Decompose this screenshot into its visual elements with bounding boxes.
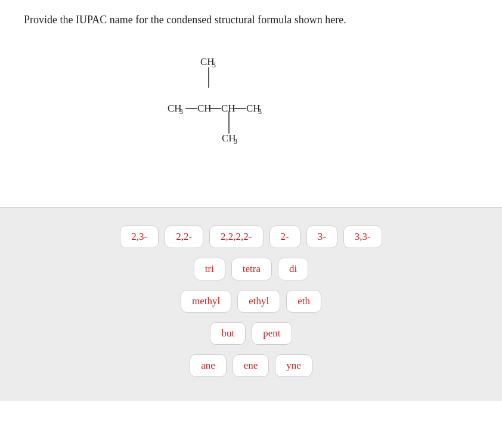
token-3-1[interactable]: pent [252,322,292,345]
token-2-2[interactable]: eth [286,290,321,313]
token-row-2: methylethyleth [181,290,321,313]
token-4-2[interactable]: yne [275,354,312,377]
token-0-3[interactable]: 2- [269,225,300,248]
token-0-4[interactable]: 3- [306,225,337,248]
bottom-section: 2,3-2,2-2,2,2,2-2-3-3,3-tritetradimethyl… [0,208,502,401]
token-2-0[interactable]: methyl [181,290,231,313]
svg-text:3: 3 [258,107,262,116]
token-row-3: butpent [210,322,292,345]
token-1-0[interactable]: tri [194,258,225,280]
question-text: Provide the IUPAC name for the condensed… [24,12,478,28]
token-row-1: tritetradi [194,258,309,280]
formula-container: CH3CH3CHCHCH3CH3 [24,46,478,165]
svg-text:3: 3 [212,61,216,69]
token-0-2[interactable]: 2,2,2,2- [209,225,263,248]
svg-text:CH: CH [221,103,235,114]
token-row-0: 2,3-2,2-2,2,2,2-2-3-3,3- [120,225,382,248]
token-2-1[interactable]: ethyl [237,290,280,313]
token-1-1[interactable]: tetra [231,258,272,280]
token-3-0[interactable]: but [210,322,246,345]
token-row-4: aneeneyne [190,354,312,377]
token-1-2[interactable]: di [278,258,308,280]
svg-text:3: 3 [179,107,183,116]
token-0-5[interactable]: 3,3- [343,225,382,248]
top-section: Provide the IUPAC name for the condensed… [0,0,502,207]
structural-formula: CH3CH3CHCHCH3CH3 [162,46,340,165]
svg-text:3: 3 [234,137,237,146]
token-0-1[interactable]: 2,2- [165,225,203,248]
token-4-0[interactable]: ane [190,354,227,377]
token-4-1[interactable]: ene [233,354,269,377]
token-0-0[interactable]: 2,3- [120,225,159,248]
